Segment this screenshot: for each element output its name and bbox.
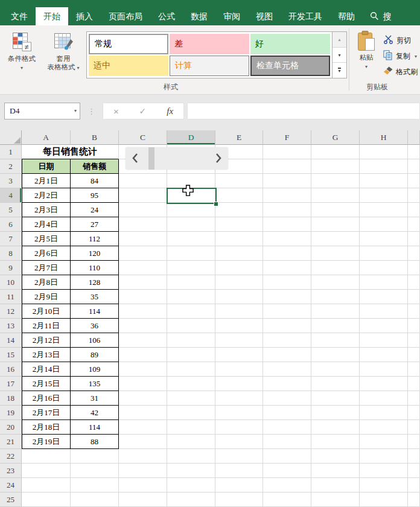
gallery-more-button[interactable]: ▾ xyxy=(332,63,346,78)
cell-G1[interactable] xyxy=(311,145,360,159)
cell-F5[interactable] xyxy=(263,203,311,217)
cell-H21[interactable] xyxy=(360,435,408,449)
cell-C24[interactable] xyxy=(119,478,167,493)
cell-C19[interactable] xyxy=(119,406,167,420)
formula-bar-resize-handle[interactable]: ⋮ xyxy=(88,103,95,120)
cell-H18[interactable] xyxy=(360,391,408,406)
cell-F3[interactable] xyxy=(263,174,311,188)
gallery-scroll-down-button[interactable]: ▾ xyxy=(332,48,346,63)
row-header-10[interactable]: 10 xyxy=(0,275,22,290)
sheet-title-cell[interactable]: 每日销售统计 xyxy=(22,145,119,159)
cell-B17[interactable]: 135 xyxy=(71,377,119,391)
copy-button[interactable]: 复制 ▾ xyxy=(383,48,418,64)
cell-A19[interactable]: 2月17日 xyxy=(22,406,71,420)
cell-A2[interactable]: 日期 xyxy=(22,159,71,174)
cell-F4[interactable] xyxy=(263,188,311,203)
cell-A6[interactable]: 2月4日 xyxy=(22,217,71,232)
cell-C11[interactable] xyxy=(119,290,167,304)
cell-D7[interactable] xyxy=(167,232,215,246)
row-header-18[interactable]: 18 xyxy=(0,391,22,406)
cell-C21[interactable] xyxy=(119,435,167,449)
row-header-8[interactable]: 8 xyxy=(0,246,22,261)
cell-D8[interactable] xyxy=(167,246,215,261)
name-box-dropdown-icon[interactable]: ▾ xyxy=(74,103,77,119)
cell-D12[interactable] xyxy=(167,304,215,319)
cell-G21[interactable] xyxy=(311,435,360,449)
column-header-B[interactable]: B xyxy=(71,130,119,145)
cell-C23[interactable] xyxy=(119,464,167,478)
name-box[interactable]: D4 ▾ xyxy=(4,103,80,120)
cell-A14[interactable]: 2月12日 xyxy=(22,333,71,348)
column-header-D[interactable]: D xyxy=(167,130,215,145)
tab-数据[interactable]: 数据 xyxy=(183,8,215,25)
cell-E10[interactable] xyxy=(215,275,263,290)
cell-C17[interactable] xyxy=(119,377,167,391)
row-header-25[interactable]: 25 xyxy=(0,493,22,507)
cell-A22[interactable] xyxy=(22,449,71,464)
cell-F1[interactable] xyxy=(263,145,311,159)
media-scrubber-overlay[interactable] xyxy=(126,147,228,170)
cell-G2[interactable] xyxy=(311,159,360,174)
cell-D21[interactable] xyxy=(167,435,215,449)
cell-I7[interactable] xyxy=(408,232,420,246)
cell-I10[interactable] xyxy=(408,275,420,290)
cell-H20[interactable] xyxy=(360,420,408,435)
cell-I6[interactable] xyxy=(408,217,420,232)
cell-D25[interactable] xyxy=(167,493,215,507)
cell-H24[interactable] xyxy=(360,478,408,493)
cell-H1[interactable] xyxy=(360,145,408,159)
column-header-H[interactable]: H xyxy=(360,130,408,145)
scrub-left-icon[interactable] xyxy=(132,152,139,167)
cell-F13[interactable] xyxy=(263,319,311,333)
cell-I19[interactable] xyxy=(408,406,420,420)
cell-F22[interactable] xyxy=(263,449,311,464)
cell-G12[interactable] xyxy=(311,304,360,319)
row-header-20[interactable]: 20 xyxy=(0,420,22,435)
cell-F12[interactable] xyxy=(263,304,311,319)
cell-G23[interactable] xyxy=(311,464,360,478)
tab-开始[interactable]: 开始 xyxy=(36,7,68,25)
cell-I22[interactable] xyxy=(408,449,420,464)
cell-A10[interactable]: 2月8日 xyxy=(22,275,71,290)
cell-D23[interactable] xyxy=(167,464,215,478)
cell-H17[interactable] xyxy=(360,377,408,391)
cell-I15[interactable] xyxy=(408,348,420,362)
enter-icon[interactable]: ✓ xyxy=(139,106,147,116)
cell-F14[interactable] xyxy=(263,333,311,348)
cell-A5[interactable]: 2月3日 xyxy=(22,203,71,217)
cell-D4[interactable] xyxy=(167,188,215,203)
cell-C3[interactable] xyxy=(119,174,167,188)
cell-C5[interactable] xyxy=(119,203,167,217)
cell-E18[interactable] xyxy=(215,391,263,406)
cell-style-差[interactable]: 差 xyxy=(170,34,249,54)
select-all-corner[interactable] xyxy=(0,130,22,145)
cell-G4[interactable] xyxy=(311,188,360,203)
cell-D6[interactable] xyxy=(167,217,215,232)
cell-B15[interactable]: 89 xyxy=(71,348,119,362)
cell-E7[interactable] xyxy=(215,232,263,246)
column-header-F[interactable]: F xyxy=(263,130,311,145)
tab-视图[interactable]: 视图 xyxy=(248,8,281,25)
cell-D14[interactable] xyxy=(167,333,215,348)
cell-B5[interactable]: 24 xyxy=(71,203,119,217)
cell-B7[interactable]: 112 xyxy=(71,232,119,246)
cell-C22[interactable] xyxy=(119,449,167,464)
cell-A25[interactable] xyxy=(22,493,71,507)
cell-D17[interactable] xyxy=(167,377,215,391)
row-header-13[interactable]: 13 xyxy=(0,319,22,333)
cell-D24[interactable] xyxy=(167,478,215,493)
format-as-table-button[interactable]: 套用 表格格式 ▾ xyxy=(42,31,84,72)
ribbon-search[interactable]: 搜 xyxy=(370,8,392,25)
cell-E14[interactable] xyxy=(215,333,263,348)
column-header-E[interactable]: E xyxy=(215,130,263,145)
cell-A3[interactable]: 2月1日 xyxy=(22,174,71,188)
row-header-5[interactable]: 5 xyxy=(0,203,22,217)
row-header-6[interactable]: 6 xyxy=(0,217,22,232)
cell-D3[interactable] xyxy=(167,174,215,188)
cell-A20[interactable]: 2月18日 xyxy=(22,420,71,435)
cell-E9[interactable] xyxy=(215,261,263,275)
cell-B24[interactable] xyxy=(71,478,119,493)
cell-G19[interactable] xyxy=(311,406,360,420)
cell-A23[interactable] xyxy=(22,464,71,478)
cell-H6[interactable] xyxy=(360,217,408,232)
